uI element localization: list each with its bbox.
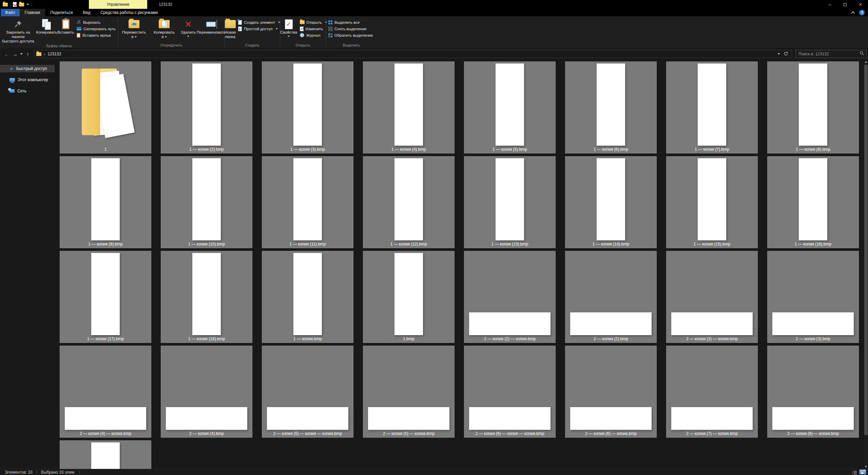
up-button[interactable]: ↑ [24, 50, 32, 58]
file-tile[interactable]: 1 — копия (11).bmp [262, 156, 353, 248]
large-icons-view-button[interactable] [860, 470, 866, 474]
copy-button[interactable]: Копировать [36, 17, 57, 35]
delete-button[interactable]: × Удалить [179, 17, 198, 37]
collapse-ribbon-icon[interactable] [851, 11, 855, 15]
file-tile[interactable]: 1 — копия (5).bmp [464, 61, 556, 153]
search-box[interactable] [795, 50, 867, 58]
file-tile[interactable]: 1 — копия (18).bmp [161, 251, 252, 343]
file-tile[interactable]: 2 — копия (2) — копия.bmp [464, 251, 556, 343]
file-tile[interactable]: 1 — копия (4).bmp [363, 61, 455, 153]
breadcrumb-segment[interactable]: 123132 [47, 52, 61, 56]
copy-path-button[interactable]: Скопировать путь [74, 25, 118, 32]
address-input[interactable]: › 123132 [34, 50, 792, 58]
new-item-icon [238, 20, 242, 25]
file-tile[interactable]: 1 — копия (17).bmp [60, 251, 151, 343]
restore-button[interactable] [837, 0, 853, 9]
sidebar-item-this-pc[interactable]: Этот компьютер [0, 76, 55, 84]
file-tile[interactable]: 2 — копия (7) — копия.bmp [666, 346, 758, 438]
cut-button[interactable]: Вырезать [74, 19, 118, 25]
dropdown-icon [135, 36, 137, 38]
pin-to-quick-access-button[interactable]: Закрепить на панели быстрого доступа [0, 17, 36, 43]
copy-to-button[interactable]: Копировать в [150, 17, 179, 39]
search-input[interactable] [798, 51, 860, 57]
file-grid: 1 1 — копия (2).bmp 1 — копия (3).bmp 1 … [56, 59, 864, 469]
close-button[interactable]: × [853, 0, 868, 9]
vertical-scrollbar[interactable] [864, 59, 868, 469]
tab-share[interactable]: Поделиться [45, 9, 78, 16]
file-tile[interactable]: 1 — копия (7).bmp [666, 61, 758, 153]
file-name: 1 — копия (16).bmp [769, 242, 857, 247]
address-history-chevron-icon[interactable] [777, 53, 780, 55]
file-tile[interactable]: 2 — копия (3).bmp [767, 251, 859, 343]
back-button[interactable]: ← [3, 50, 11, 58]
new-item-button[interactable]: Создать элемент [236, 19, 283, 25]
scrollbar-thumb[interactable] [864, 65, 868, 435]
open-button[interactable]: Открыть [297, 19, 329, 25]
qat-new-folder-icon[interactable] [19, 3, 24, 6]
file-tile[interactable]: 1 — копия (12).bmp [363, 156, 455, 248]
image-thumbnail [570, 312, 652, 335]
file-tile[interactable]: 1 — копия (6).bmp [565, 61, 657, 153]
file-tile[interactable]: 1 — копия.bmp [262, 251, 353, 343]
file-tile[interactable]: 2 — копия (8) — копия.bmp [767, 346, 859, 438]
rename-button[interactable]: Переименовать [198, 17, 224, 35]
file-tile[interactable]: 1 — копия (10).bmp [161, 156, 252, 248]
invert-selection-button[interactable]: Обратить выделение [326, 32, 375, 38]
forward-icon: → [13, 51, 18, 57]
file-tile[interactable]: 2 — копия (6) — копия.bmp [565, 346, 657, 438]
refresh-icon[interactable] [784, 51, 788, 57]
tab-picture-tools[interactable]: Средства работы с рисунками [95, 9, 163, 16]
separator [79, 470, 80, 474]
rename-icon [206, 22, 216, 27]
edit-button[interactable]: Изменить [297, 25, 329, 32]
recent-locations-button[interactable] [19, 50, 24, 58]
new-folder-button[interactable]: Новая папка [225, 17, 236, 39]
file-tile[interactable]: 2 — копия (5) — копия.bmp [363, 346, 455, 438]
file-tile[interactable]: 1 — копия (8).bmp [767, 61, 859, 153]
qat-properties-icon[interactable] [13, 2, 17, 7]
file-tile[interactable]: 1 — копия (15).bmp [666, 156, 758, 248]
move-to-button[interactable]: Переместить в [118, 17, 150, 39]
view-switcher [852, 470, 866, 474]
easy-access-button[interactable]: Простой доступ [236, 25, 283, 32]
file-tile[interactable]: 1 — копия (3).bmp [262, 61, 353, 153]
sidebar-item-label: Сеть [17, 89, 26, 93]
file-tile[interactable]: 2 — копия (5) — копия — копия.bmp [262, 346, 353, 438]
qat-customize-chevron-icon[interactable] [26, 4, 29, 5]
image-thumbnail [394, 63, 423, 146]
scroll-down-button[interactable] [864, 464, 868, 469]
history-button[interactable]: Журнал [297, 32, 329, 38]
file-tile-folder[interactable]: 1 [60, 61, 151, 153]
sidebar-item-quick-access[interactable]: ★ Быстрый доступ [0, 65, 55, 72]
properties-button[interactable]: ✓ Свойства [280, 17, 297, 37]
select-none-button[interactable]: Снять выделение [326, 25, 375, 32]
file-tile[interactable]: 1 — копия (14).bmp [565, 156, 657, 248]
help-icon[interactable]: ? [859, 10, 865, 15]
file-tile[interactable]: 1 — копия (13).bmp [464, 156, 556, 248]
file-tile[interactable]: 1.bmp [363, 251, 455, 343]
details-view-button[interactable] [852, 470, 857, 474]
file-tile[interactable]: 2 — копия (4).bmp [161, 346, 252, 438]
file-name: 1 — копия (5).bmp [466, 147, 554, 152]
button-label: Журнал [306, 33, 321, 37]
file-tile[interactable]: 1 — копия (9).bmp [60, 156, 151, 248]
file-tile[interactable]: 2 — копия (4) — копия.bmp [60, 346, 151, 438]
sidebar-item-network[interactable]: Сеть [0, 87, 55, 95]
file-tile-partial[interactable] [60, 440, 151, 469]
minimize-button[interactable]: – [822, 0, 837, 9]
forward-button[interactable]: → [11, 50, 19, 58]
file-tile[interactable]: 2 — копия (6) — копия — копия.bmp [464, 346, 556, 438]
tab-file[interactable]: Файл [1, 9, 20, 16]
tab-home[interactable]: Главная [20, 9, 45, 16]
paste-button[interactable]: Вставить [57, 17, 74, 35]
tab-view[interactable]: Вид [78, 9, 95, 16]
scroll-up-button[interactable] [864, 59, 868, 64]
file-tile[interactable]: 2 — копия (2).bmp [565, 251, 657, 343]
file-tile[interactable]: 1 — копия (2).bmp [161, 61, 252, 153]
file-tile[interactable]: 2 — копия (3) — копия.bmp [666, 251, 758, 343]
window-title: 123132 [159, 0, 172, 9]
file-tile[interactable]: 1 — копия (16).bmp [767, 156, 859, 248]
ribbon-controls: ? [852, 9, 865, 16]
paste-shortcut-button[interactable]: Вставить ярлык [74, 32, 118, 38]
select-all-button[interactable]: Выделить все [326, 19, 375, 25]
